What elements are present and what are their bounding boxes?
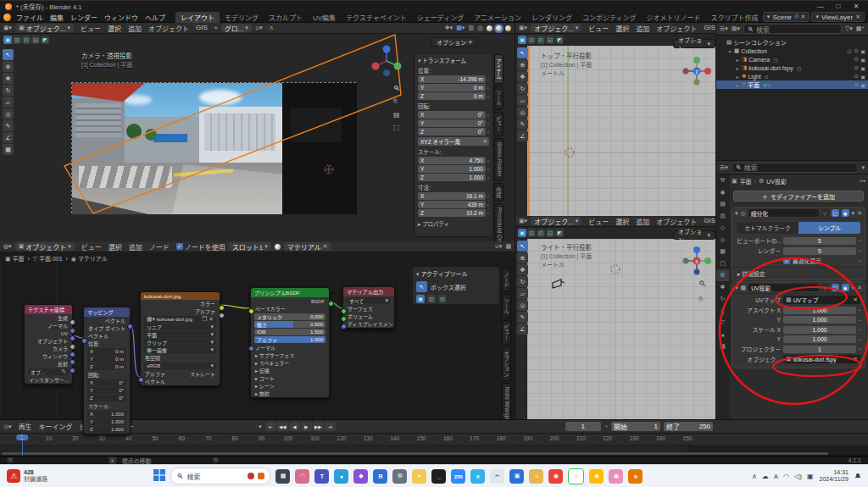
- properties-options-icon[interactable]: ▾: [861, 164, 865, 171]
- widgets-button[interactable]: ⚠ 428 封鎖道路: [7, 469, 47, 483]
- add-modifier-button[interactable]: ＋モディファイアーを追加: [733, 191, 864, 202]
- shader-snap-icon[interactable]: ∪▾: [495, 243, 503, 250]
- lock-icon[interactable]: ▫: [487, 202, 489, 208]
- outliner-row[interactable]: ▸✺Light⊙ʘ▣: [716, 72, 868, 80]
- timeline-editor-icon[interactable]: ◷▾: [3, 423, 12, 430]
- blender-menu-icon[interactable]: [3, 14, 11, 21]
- pan-hand-icon[interactable]: ✋︎: [698, 295, 706, 304]
- mapping-field[interactable]: Y0°: [87, 387, 126, 394]
- annotate-tool-icon[interactable]: ✎: [3, 120, 14, 131]
- frame-start-field[interactable]: 開始1: [611, 422, 660, 431]
- shader-tab-ノード[interactable]: ノード: [502, 268, 511, 292]
- properties-tab-particles[interactable]: ✱: [716, 281, 729, 293]
- uvproject-value-field[interactable]: 1.000: [783, 335, 856, 343]
- shading-solid-icon[interactable]: [487, 25, 492, 31]
- edit-mode-toggle-icon[interactable]: ▽: [821, 209, 829, 217]
- minimize-button[interactable]: —: [814, 3, 827, 10]
- catmull-clark-button[interactable]: カトマルクラーク: [737, 222, 798, 234]
- node-socket[interactable]: [70, 335, 75, 341]
- mode-dropdown[interactable]: オブジェク...▾: [531, 217, 581, 225]
- properties-tab-physics[interactable]: ↻: [716, 293, 729, 305]
- taskbar-app-snip-tool[interactable]: ✂: [490, 469, 504, 484]
- menu-ファイル[interactable]: ファイル: [13, 13, 47, 22]
- clock[interactable]: 14:31 2024/11/29: [819, 469, 849, 483]
- texcoord-instancer[interactable]: インスタンサー...: [25, 376, 72, 384]
- taskbar-app-settings[interactable]: ⚙: [392, 469, 407, 484]
- bsdf-panel-伝播[interactable]: ▸ 伝播: [251, 367, 329, 374]
- menu-オブジェクト[interactable]: オブジェクト: [653, 24, 700, 33]
- close-button[interactable]: ✕: [849, 3, 863, 10]
- menu-キーイング[interactable]: キーイング: [36, 422, 76, 431]
- menu-オブジェクト[interactable]: オブジェクト: [653, 217, 700, 226]
- taskbar-app-vscode[interactable]: ◆: [353, 469, 368, 484]
- menu-ノード[interactable]: ノード: [146, 242, 173, 252]
- modifier-name-field[interactable]: 細分化: [748, 209, 819, 217]
- shader-tab-Node Wrangler[interactable]: Node Wrangler: [502, 383, 511, 419]
- auto-key-icon[interactable]: ◌▾: [255, 423, 262, 430]
- menu-ビュー[interactable]: ビュー: [77, 24, 104, 33]
- taskbar-app-edge[interactable]: e: [470, 469, 485, 484]
- node-socket[interactable]: [341, 308, 347, 314]
- options-dropdown[interactable]: オプション▾: [431, 37, 477, 47]
- outliner-row[interactable]: ▾▦Collection☑ʘ▣: [716, 47, 868, 55]
- select-mode-box-icon[interactable]: ▣: [3, 36, 12, 44]
- properties-editor-icon[interactable]: ☰▾: [720, 164, 728, 171]
- properties-tab-constraints[interactable]: §: [716, 305, 729, 317]
- caret-icon[interactable]: ▾: [727, 48, 732, 54]
- outliner-display-icon[interactable]: ☰▾: [720, 25, 728, 32]
- properties-tab-tool[interactable]: ⚒: [716, 174, 729, 186]
- checkbox-icon[interactable]: ✓: [783, 257, 790, 264]
- mapping-field[interactable]: Z0°: [87, 395, 126, 401]
- preview-range-icon[interactable]: ◔: [604, 423, 608, 429]
- menu-追加[interactable]: 追加: [125, 242, 146, 252]
- taskbar-app-file-explorer[interactable]: ▸: [412, 469, 426, 484]
- scale-tool-icon[interactable]: ▱: [517, 288, 528, 299]
- node-socket[interactable]: [70, 368, 75, 374]
- shading-rendered-icon[interactable]: [505, 25, 511, 31]
- add-cube-tool-icon[interactable]: ▦: [3, 144, 14, 155]
- chevron-up-icon[interactable]: ∧: [752, 473, 757, 480]
- render-toggle-icon[interactable]: ◉: [842, 284, 849, 291]
- jump-end-button[interactable]: ⇥: [325, 422, 336, 431]
- caret-icon[interactable]: ▸: [735, 82, 740, 88]
- box-select-tool-icon[interactable]: ↖: [416, 281, 427, 292]
- menu-GIS[interactable]: GIS: [700, 24, 716, 33]
- cursor-tool-icon[interactable]: ⊕: [517, 252, 528, 263]
- simple-button[interactable]: シンプル: [798, 222, 860, 234]
- n-panel-tab-Biome-Reader[interactable]: Biome-Reader: [494, 138, 504, 181]
- select-mode-intersect-icon[interactable]: ◩: [41, 36, 49, 44]
- location-field[interactable]: X-14.396 m: [418, 75, 486, 83]
- rotate-tool-icon[interactable]: ↻: [3, 85, 14, 96]
- zoom-icon[interactable]: 🔍︎: [698, 279, 706, 288]
- outliner-mode-icon[interactable]: ▤▾: [732, 25, 740, 32]
- scale-tool-icon[interactable]: ▱: [517, 95, 528, 106]
- menu-再生[interactable]: 再生: [15, 422, 36, 431]
- menu-ビュー[interactable]: ビュー: [585, 217, 612, 226]
- next-keyframe-button[interactable]: ▶▶: [313, 422, 324, 431]
- bsdf-panel-シーン[interactable]: ▸ シーン: [251, 382, 329, 390]
- scale-tool-icon[interactable]: ▱: [3, 97, 14, 108]
- colorspace-dropdown[interactable]: sRGB▾: [144, 362, 216, 369]
- circle-mode-icon[interactable]: ◰: [438, 295, 447, 303]
- filter-icon[interactable]: ▽▾: [845, 25, 853, 32]
- select-box-tool-icon[interactable]: ↖: [3, 49, 14, 60]
- lock-icon[interactable]: ▫: [487, 86, 489, 91]
- select-box-tool-icon[interactable]: ↖: [517, 47, 528, 58]
- shader-mode-dropdown[interactable]: ▣オブジェクト▾: [15, 242, 75, 251]
- orientation-dropdown[interactable]: グロ...▾: [221, 24, 252, 32]
- playhead[interactable]: [22, 434, 23, 456]
- taskbar-app-notes[interactable]: ≡: [529, 469, 543, 484]
- scale-field[interactable]: Y1.000: [418, 165, 486, 173]
- box-mode-icon[interactable]: ▣: [416, 295, 425, 303]
- bsdf-slider-メタリック[interactable]: メタリック0.000: [254, 313, 326, 320]
- dimension-field[interactable]: X16.1 m: [418, 192, 486, 200]
- editor-type-icon[interactable]: ▣▾: [519, 218, 527, 224]
- bsdf-panel-放射[interactable]: ▸ 放射: [251, 390, 329, 397]
- extras-icon[interactable]: ▾: [852, 285, 855, 291]
- realtime-toggle-icon[interactable]: ▢: [832, 209, 839, 217]
- workspace-tab[interactable]: コンポジティング: [577, 12, 642, 23]
- properties-tab-scene[interactable]: ◇: [716, 222, 729, 234]
- properties-tab-render[interactable]: ◉: [716, 186, 729, 198]
- options-dropdown[interactable]: オプション▾: [673, 230, 715, 240]
- editor-type-icon[interactable]: ▣▾: [3, 25, 12, 31]
